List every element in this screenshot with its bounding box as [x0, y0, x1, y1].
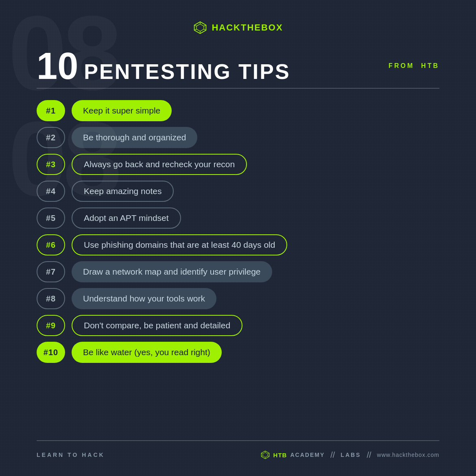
tip-row-3: #3Always go back and recheck your recon	[37, 154, 439, 175]
title-text: PENTESTING TIPS	[84, 59, 290, 84]
footer-url: www.hackthebox.com	[377, 452, 439, 458]
tip-text-6: Use phishing domains that are at least 4…	[72, 234, 287, 255]
footer-right: HTB ACADEMY // LABS // www.hackthebox.co…	[260, 450, 439, 460]
footer: LEARN TO HACK HTB ACADEMY //	[37, 450, 439, 460]
footer-logo: HTB ACADEMY	[260, 450, 325, 460]
tip-number-4: #4	[37, 181, 65, 202]
svg-marker-9	[263, 452, 268, 457]
tip-row-2: #2Be thorough and organized	[37, 127, 439, 148]
tip-row-5: #5Adopt an APT mindset	[37, 207, 439, 229]
tip-row-1: #1Keep it super simple	[37, 100, 439, 121]
main-title: 10 PENTESTING TIPS	[37, 47, 290, 85]
footer-htb-label: HTB	[273, 452, 287, 459]
tip-number-1: #1	[37, 100, 65, 121]
svg-marker-1	[197, 24, 204, 31]
title-divider	[37, 88, 439, 89]
tip-text-7: Draw a network map and identify user pri…	[72, 261, 272, 282]
tip-number-7: #7	[37, 261, 65, 282]
from-label: FROM	[389, 62, 414, 69]
from-htb: FROM HTB	[389, 62, 439, 70]
tip-number-10: #10	[37, 342, 65, 363]
tip-number-6: #6	[37, 234, 65, 255]
tip-text-5: Adopt an APT mindset	[72, 207, 181, 229]
footer-htb-icon	[260, 450, 270, 460]
tip-row-9: #9Don't compare, be patient and detailed	[37, 315, 439, 336]
tip-row-6: #6Use phishing domains that are at least…	[37, 234, 439, 255]
tip-row-10: #10Be like water (yes, you read right)	[37, 342, 439, 363]
title-number: 10	[37, 47, 78, 85]
tip-text-2: Be thorough and organized	[72, 127, 197, 148]
tip-text-9: Don't compare, be patient and detailed	[72, 315, 242, 336]
logo-header: HACKTHEBOX	[37, 20, 439, 35]
footer-htb-text: HTB	[273, 452, 287, 459]
tip-row-4: #4Keep amazing notes	[37, 181, 439, 202]
tip-text-8: Understand how your tools work	[72, 288, 216, 309]
main-container: HACKTHEBOX 10 PENTESTING TIPS FROM HTB #…	[0, 0, 476, 476]
footer-divider	[37, 440, 439, 441]
tip-number-8: #8	[37, 288, 65, 309]
logo: HACKTHEBOX	[193, 20, 283, 35]
title-section: 10 PENTESTING TIPS FROM HTB	[37, 47, 439, 85]
tip-row-7: #7Draw a network map and identify user p…	[37, 261, 439, 282]
tip-text-1: Keep it super simple	[72, 100, 172, 121]
logo-box: BOX	[261, 22, 283, 33]
footer-academy: ACADEMY	[290, 452, 325, 458]
footer-slash-2: //	[367, 450, 371, 460]
tip-number-2: #2	[37, 127, 65, 148]
tips-list: #1Keep it super simple#2Be thorough and …	[37, 100, 439, 432]
tip-number-5: #5	[37, 207, 65, 229]
tip-row-8: #8Understand how your tools work	[37, 288, 439, 309]
tip-text-10: Be like water (yes, you read right)	[72, 342, 222, 363]
from-highlight: HTB	[421, 62, 439, 69]
tip-text-3: Always go back and recheck your recon	[72, 154, 247, 175]
htb-logo-icon	[193, 20, 207, 35]
tip-number-9: #9	[37, 315, 65, 336]
footer-slash-1: //	[330, 450, 335, 460]
footer-labs: LABS	[341, 452, 361, 458]
tip-number-3: #3	[37, 154, 65, 175]
footer-learn-label: LEARN TO HACK	[37, 452, 105, 458]
logo-hack: HACK	[212, 22, 241, 33]
logo-text: HACKTHEBOX	[212, 22, 283, 33]
logo-the: THE	[241, 22, 261, 33]
tip-text-4: Keep amazing notes	[72, 181, 174, 202]
